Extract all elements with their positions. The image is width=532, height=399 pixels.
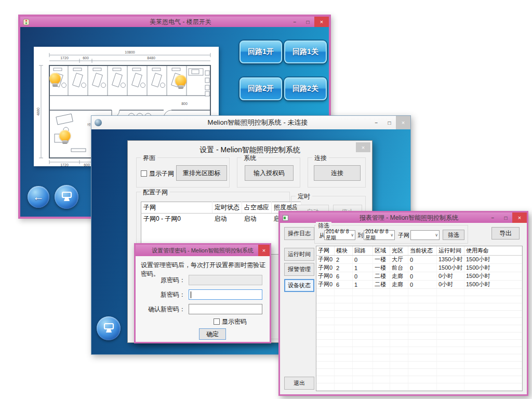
table-cell: 二楼 <box>373 281 390 289</box>
maximize-button[interactable]: □ <box>499 212 512 223</box>
report-window-app-icon <box>283 215 288 221</box>
chevron-down-icon: ∨ <box>350 233 355 237</box>
screen-switch-button[interactable] <box>97 316 121 340</box>
new-password-field[interactable] <box>189 289 262 300</box>
confirm-password-label: 确认新密码： <box>136 304 185 314</box>
connect-button[interactable]: 连接 <box>314 165 361 181</box>
screen-switch-button[interactable] <box>55 185 78 209</box>
empty-row <box>316 383 522 391</box>
filter-group: 筛选 从 2014/ 8/ 8 星期 ∨ 到 2014/ 8/ 8 星期 ∨ 子… <box>314 225 468 244</box>
table-row[interactable]: 子网021一楼前台01500小时1500小时 <box>316 264 522 272</box>
show-subnet-row[interactable]: 显示子网 <box>141 169 174 178</box>
show-subnet-checkbox[interactable] <box>141 170 147 177</box>
from-date-select[interactable]: 2014/ 8/ 8 星期 ∨ <box>324 230 355 240</box>
show-password-row[interactable]: 显示密码 <box>214 317 247 326</box>
password-dialog-titlebar[interactable]: 设置管理密码 - Melion智能照明控制系统 × <box>136 245 270 256</box>
subnet-group-label: 配置子网 <box>141 188 170 197</box>
table-cell: 0 <box>353 256 373 264</box>
report-table-wrap: 子网模块回路区域光区当前状态运行时间使用寿命子网020一楼大厅01350小时15… <box>316 246 523 391</box>
table-cell: 0小时 <box>437 281 464 289</box>
from-date-value: 2014/ 8/ 8 星期 <box>326 229 350 242</box>
old-password-label: 原密码： <box>136 275 185 285</box>
column-header[interactable]: 区域 <box>373 246 390 256</box>
table-cell: 1500小时 <box>464 281 522 289</box>
empty-row <box>316 311 522 318</box>
sidebar-item-running-time[interactable]: 运行时间 <box>284 248 314 261</box>
password-dialog-title: 设置管理密码 - Melion智能照明控制系统 <box>136 247 270 255</box>
circuit2-off-button[interactable]: 回路2关 <box>284 77 327 100</box>
light-bulb-icon[interactable] <box>175 75 187 86</box>
table-cell: 0 <box>408 264 437 272</box>
column-header[interactable]: 使用寿命 <box>464 246 522 256</box>
table-cell: 0 <box>353 272 373 281</box>
column-header[interactable]: 当前状态 <box>408 246 437 256</box>
close-button[interactable]: × <box>314 17 329 27</box>
circuit1-on-button[interactable]: 回路1开 <box>240 41 282 63</box>
rearrange-zones-button[interactable]: 重排光区图标 <box>176 165 227 181</box>
connect-group: 连接 连接 <box>308 157 366 188</box>
column-header[interactable]: 子网 <box>316 246 335 256</box>
password-dialog: 设置管理密码 - Melion智能照明控制系统 × 设置管理密码后，每次打开设置… <box>134 243 271 343</box>
sidebar-item-device-status[interactable]: 设备状态 <box>284 279 314 292</box>
sidebar-item-operation-log[interactable]: 操作日志 <box>284 227 314 240</box>
empty-row <box>316 296 522 303</box>
light-bulb-icon[interactable] <box>49 73 61 84</box>
old-password-field <box>189 275 262 285</box>
close-button[interactable]: × <box>512 212 527 223</box>
timing-group-label: 定时 <box>296 192 312 201</box>
device-status-table[interactable]: 子网模块回路区域光区当前状态运行时间使用寿命子网020一楼大厅01350小时15… <box>316 246 522 391</box>
table-cell: 6 <box>335 272 353 281</box>
password-dialog-content: 设置管理密码后，每次打开设置界面时需验证密码。 原密码： 新密码： 确认新密码：… <box>136 256 270 342</box>
report-window-titlebar[interactable]: 报表管理 - Melion智能照明控制系统 − □ × <box>280 212 527 223</box>
svg-text:4880: 4880 <box>36 108 40 116</box>
column-header[interactable]: 回路 <box>353 246 373 256</box>
floor-window-titlebar[interactable]: 美莱恩电气 - 楼层开关 − □ × <box>20 17 329 27</box>
subnet-select[interactable]: ∨ <box>410 230 440 240</box>
table-cell: 1 <box>353 281 373 289</box>
export-button[interactable]: 导出 <box>491 227 520 240</box>
table-row[interactable]: 子网061二楼走廊00小时1500小时 <box>316 281 522 289</box>
table-cell: 2 <box>335 256 353 264</box>
show-password-checkbox[interactable] <box>214 318 220 325</box>
maximize-button[interactable]: □ <box>301 17 314 27</box>
light-bulb-icon[interactable] <box>59 130 71 141</box>
table-cell: 0 <box>408 272 437 281</box>
table-row[interactable]: 子网0 - 子网0启动启动启动 <box>141 214 301 225</box>
main-window-titlebar[interactable]: Melion智能照明控制系统 - 未连接 − □ × <box>91 116 410 129</box>
minimize-button[interactable]: − <box>486 212 499 223</box>
ok-button[interactable]: 确定 <box>199 328 226 340</box>
circuit2-on-button[interactable]: 回路2开 <box>240 77 282 100</box>
column-header[interactable]: 光区 <box>390 246 408 256</box>
interface-group: 界面 显示子网 重排光区图标 <box>136 157 230 188</box>
empty-row <box>316 318 522 325</box>
close-button[interactable]: × <box>396 116 410 129</box>
empty-row <box>316 325 522 332</box>
column-header[interactable]: 模块 <box>335 246 353 256</box>
column-header[interactable]: 子网 <box>141 202 212 214</box>
show-password-label: 显示密码 <box>222 318 247 325</box>
empty-row <box>316 340 522 347</box>
to-date-select[interactable]: 2014/ 8/ 8 星期 ∨ <box>364 230 395 240</box>
back-button[interactable]: ← <box>28 186 49 208</box>
table-cell: 一楼 <box>373 264 390 272</box>
circuit1-off-button[interactable]: 回路1关 <box>284 41 327 63</box>
svg-text:8480: 8480 <box>147 56 155 60</box>
sidebar-item-alarm-management[interactable]: 报警管理 <box>284 263 314 276</box>
confirm-password-field[interactable] <box>189 304 262 314</box>
auth-code-button[interactable]: 输入授权码 <box>245 165 294 181</box>
column-header[interactable]: 占空感应 <box>242 202 272 214</box>
column-header[interactable]: 运行时间 <box>437 246 464 256</box>
screen-icon <box>60 191 73 203</box>
empty-row <box>316 369 522 376</box>
maximize-button[interactable]: □ <box>383 116 396 129</box>
close-icon[interactable]: × <box>356 142 370 152</box>
filter-button[interactable]: 筛选 <box>443 230 464 240</box>
column-header[interactable]: 定时状态 <box>212 202 242 214</box>
minimize-button[interactable]: − <box>370 116 383 129</box>
close-button[interactable]: × <box>258 245 270 256</box>
minimize-button[interactable]: − <box>288 17 301 27</box>
table-row[interactable]: 子网060二楼走廊00小时1500小时 <box>316 272 522 281</box>
table-row[interactable]: 子网020一楼大厅01350小时1500小时 <box>316 256 522 264</box>
table-cell: 启动 <box>242 214 272 225</box>
exit-button[interactable]: 退出 <box>284 377 314 390</box>
